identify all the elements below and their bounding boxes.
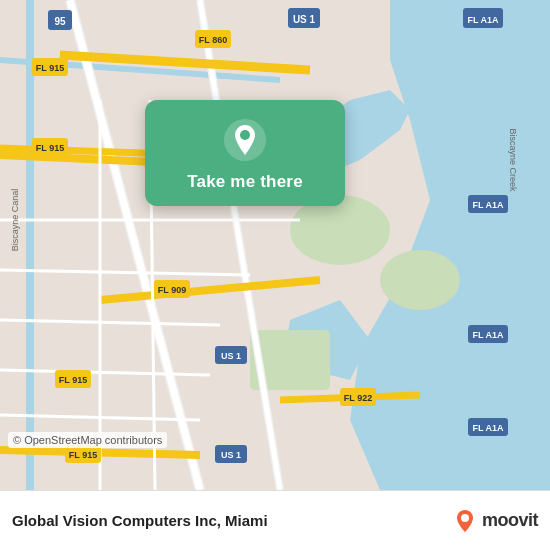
svg-text:FL 915: FL 915 — [36, 63, 64, 73]
popup-card[interactable]: Take me there — [145, 100, 345, 206]
moovit-pin-icon — [452, 508, 478, 534]
svg-text:FL 915: FL 915 — [36, 143, 64, 153]
svg-point-5 — [380, 250, 460, 310]
moovit-brand-text: moovit — [482, 510, 538, 531]
svg-text:FL 860: FL 860 — [199, 35, 227, 45]
svg-text:FL 922: FL 922 — [344, 393, 372, 403]
moovit-logo: moovit — [452, 508, 538, 534]
svg-text:FL A1A: FL A1A — [472, 423, 504, 433]
svg-text:FL 915: FL 915 — [59, 375, 87, 385]
osm-credit: © OpenStreetMap contributors — [8, 432, 167, 448]
map-container: 95 US 1 US 1 US 1 FL A1A FL A1A FL A1A F… — [0, 0, 550, 490]
svg-text:US 1: US 1 — [221, 351, 241, 361]
place-name: Global Vision Computers Inc, Miami — [12, 512, 452, 529]
svg-point-61 — [461, 514, 469, 522]
svg-text:FL A1A: FL A1A — [467, 15, 499, 25]
location-pin-icon — [223, 118, 267, 162]
svg-text:FL A1A: FL A1A — [472, 200, 504, 210]
svg-text:FL 915: FL 915 — [69, 450, 97, 460]
bottom-bar: Global Vision Computers Inc, Miami moovi… — [0, 490, 550, 550]
svg-text:Biscayne Creek: Biscayne Creek — [508, 128, 518, 192]
svg-text:FL A1A: FL A1A — [472, 330, 504, 340]
svg-text:US 1: US 1 — [221, 450, 241, 460]
svg-text:FL 909: FL 909 — [158, 285, 186, 295]
take-me-there-button[interactable]: Take me there — [187, 172, 303, 192]
svg-text:Biscayne Canal: Biscayne Canal — [10, 189, 20, 252]
svg-text:95: 95 — [54, 16, 66, 27]
svg-text:US 1: US 1 — [293, 14, 316, 25]
svg-point-60 — [240, 130, 250, 140]
